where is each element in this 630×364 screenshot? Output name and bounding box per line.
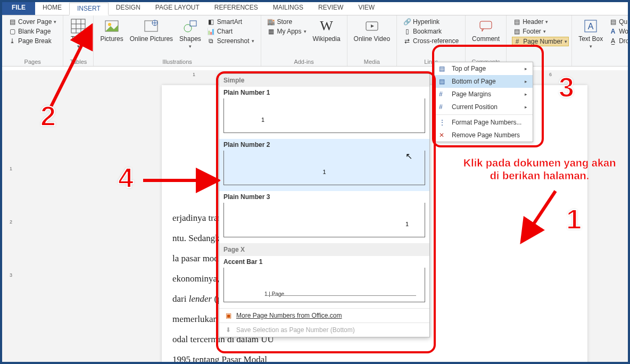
page-number-button[interactable]: #Page Number: [512, 37, 569, 46]
footer-icon: ▤: [513, 28, 520, 35]
page-number-menu: ▤Top of Page▸ ▤Bottom of Page▸ #Page Mar…: [434, 62, 533, 142]
comment-label: Comment: [472, 36, 500, 43]
menu-separator: [435, 114, 533, 115]
pn-page-margins[interactable]: #Page Margins▸: [435, 88, 533, 101]
online-video-label: Online Video: [354, 36, 391, 43]
tab-insert[interactable]: INSERT: [69, 3, 109, 15]
quickparts-icon: ▤: [609, 18, 617, 26]
svg-point-6: [108, 23, 111, 26]
crossref-button[interactable]: ⇄Cross-reference: [402, 37, 460, 45]
table-label: Table: [71, 36, 86, 43]
gallery-opt1-label: Plain Number 1: [219, 87, 429, 96]
online-pictures-icon: [143, 18, 160, 35]
textbox-button[interactable]: A Text Box: [575, 16, 606, 49]
smartart-button[interactable]: ◧SmartArt: [206, 18, 255, 26]
pn-remove[interactable]: ✕Remove Page Numbers: [435, 129, 533, 142]
smartart-icon: ◧: [208, 18, 215, 26]
svg-rect-13: [480, 21, 492, 29]
pn-format[interactable]: ⋮Format Page Numbers...: [435, 116, 533, 129]
ribbon-insert: ▤Cover Page ▢Blank Page ⤓Page Break Page…: [2, 15, 628, 67]
group-text-label: Text: [575, 57, 630, 66]
online-pictures-label: Online Pictures: [130, 36, 173, 43]
wordart-icon: A: [609, 28, 617, 35]
screenshot-icon: ⧉: [208, 37, 215, 45]
shapes-icon: [181, 18, 198, 35]
dropcap-label: Drop Cap: [619, 37, 630, 45]
ruler-tick: 1: [193, 72, 195, 77]
tab-mailings[interactable]: MAILINGS: [266, 2, 311, 15]
gallery-option-accent1[interactable]: Accent Bar 1 1 | Page: [219, 256, 429, 308]
svg-rect-10: [190, 21, 196, 26]
wordart-button[interactable]: AWordArt: [608, 27, 630, 36]
page-top-icon: ▤: [439, 65, 447, 72]
gallery-category-simple: Simple: [219, 74, 429, 87]
store-button[interactable]: 🏬Store: [267, 18, 308, 26]
gallery-more-office[interactable]: ▣ More Page Numbers from Office.com: [219, 308, 429, 322]
comment-icon: [477, 18, 494, 35]
tab-review[interactable]: REVIEW: [311, 2, 351, 15]
preview-accent-text: 1 | Page: [264, 291, 286, 297]
wikipedia-button[interactable]: W Wikipedia: [310, 16, 344, 43]
pictures-button[interactable]: Pictures: [97, 16, 126, 43]
table-button[interactable]: Table: [67, 16, 90, 49]
pictures-label: Pictures: [100, 36, 123, 43]
cover-page-button[interactable]: ▤Cover Page: [7, 18, 57, 26]
gallery-save-selection: ⬇ Save Selection as Page Number (Bottom): [219, 322, 429, 337]
dropcap-icon: A̲: [609, 37, 617, 45]
pn-current-position[interactable]: #Current Position▸: [435, 101, 533, 113]
gallery-opt2-label: Plain Number 2: [219, 139, 429, 148]
myapps-button[interactable]: ▦My Apps: [267, 27, 308, 36]
tab-design[interactable]: DESIGN: [109, 2, 148, 15]
tab-references[interactable]: REFERENCES: [207, 2, 266, 15]
group-illustrations-label: Illustrations: [97, 57, 257, 66]
blank-page-button[interactable]: ▢Blank Page: [7, 27, 57, 36]
hyperlink-button[interactable]: 🔗Hyperlink: [402, 18, 460, 26]
save-sel-icon: ⬇: [225, 326, 232, 334]
group-tables-label: Tables: [67, 57, 90, 66]
myapps-label: My Apps: [277, 28, 302, 35]
page-number-icon: #: [513, 38, 521, 45]
menu-bar: FILE HOME INSERT DESIGN PAGE LAYOUT REFE…: [2, 2, 628, 15]
group-media-label: Media: [351, 57, 394, 66]
comment-button[interactable]: Comment: [469, 16, 503, 43]
footer-label: Footer: [523, 28, 541, 35]
shapes-label: Shapes: [179, 36, 201, 43]
footer-button[interactable]: ▤Footer: [512, 27, 569, 36]
tab-view[interactable]: VIEW: [351, 2, 382, 15]
gallery-option-plain2[interactable]: Plain Number 2 1: [219, 139, 429, 191]
wikipedia-icon: W: [318, 18, 335, 35]
gallery-option-plain1[interactable]: Plain Number 1 1: [219, 87, 429, 139]
table-icon: [70, 18, 87, 35]
quickparts-button[interactable]: ▤Quick Parts: [608, 18, 630, 26]
pn-bottom-of-page[interactable]: ▤Bottom of Page▸: [435, 75, 533, 88]
online-video-button[interactable]: Online Video: [351, 16, 394, 43]
shapes-button[interactable]: Shapes: [176, 16, 204, 49]
group-media: Online Video Media: [347, 15, 397, 66]
tab-home[interactable]: HOME: [35, 2, 69, 15]
group-header-footer: ▤Header ▤Footer #Page Number: [507, 15, 572, 66]
page-break-button[interactable]: ⤓Page Break: [7, 37, 57, 45]
group-pages: ▤Cover Page ▢Blank Page ⤓Page Break Page…: [2, 15, 63, 66]
wordart-label: WordArt: [619, 28, 630, 35]
hyperlink-icon: 🔗: [403, 18, 411, 26]
screenshot-label: Screenshot: [217, 37, 250, 45]
header-button[interactable]: ▤Header: [512, 18, 569, 26]
tab-file[interactable]: FILE: [2, 2, 35, 15]
gallery-option-plain3[interactable]: Plain Number 3 1: [219, 191, 429, 243]
chart-label: Chart: [217, 28, 233, 35]
page-margins-icon: #: [439, 90, 447, 98]
preview-number: 1: [322, 169, 326, 175]
chart-button[interactable]: 📊Chart: [206, 27, 255, 36]
online-pictures-button[interactable]: Online Pictures: [127, 16, 176, 43]
header-icon: ▤: [513, 18, 520, 26]
svg-point-9: [184, 24, 192, 32]
svg-rect-0: [71, 19, 85, 33]
smartart-label: SmartArt: [217, 18, 242, 26]
screenshot-button[interactable]: ⧉Screenshot: [206, 37, 255, 45]
doc-line: 1995 tentang Pasar Modal: [172, 350, 438, 362]
dropcap-button[interactable]: A̲Drop Cap: [608, 37, 630, 45]
pn-top-of-page[interactable]: ▤Top of Page▸: [435, 62, 533, 75]
tab-page-layout[interactable]: PAGE LAYOUT: [148, 2, 207, 15]
hyperlink-label: Hyperlink: [413, 18, 440, 26]
bookmark-button[interactable]: ▯Bookmark: [402, 27, 460, 36]
